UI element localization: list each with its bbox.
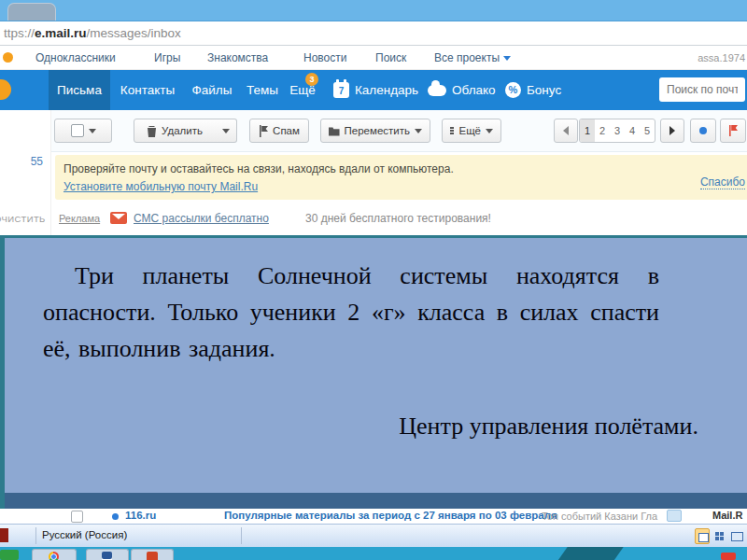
arrow-right-icon xyxy=(669,126,675,135)
url-scheme: ttps:// xyxy=(4,26,35,40)
email-subject: Популярные материалы за период с 27 янва… xyxy=(224,510,557,521)
row-checkbox[interactable] xyxy=(71,511,83,523)
email-sender: 116.ru xyxy=(125,510,156,521)
prev-page-button[interactable] xyxy=(554,119,578,143)
email-row[interactable]: 116.ru Популярные материалы за период с … xyxy=(0,509,747,524)
notice-text: Проверяйте почту и оставайтесь на связи,… xyxy=(63,162,454,175)
envelope-icon xyxy=(110,212,127,224)
page-5[interactable]: 5 xyxy=(640,119,655,142)
portal-link-games[interactable]: Игры xyxy=(154,51,180,64)
chevron-down-icon xyxy=(222,129,230,133)
url-path: /messages/inbox xyxy=(87,26,181,40)
powerpoint-icon xyxy=(147,552,158,560)
portal-link-search[interactable]: Поиск xyxy=(375,51,406,64)
page-3[interactable]: 3 xyxy=(610,119,625,142)
tab-letters[interactable]: Письма xyxy=(49,70,110,110)
taskbar-word-button[interactable] xyxy=(86,549,129,560)
monitor-icon xyxy=(731,532,743,541)
langbar-help-button[interactable] xyxy=(729,528,744,544)
mail-search xyxy=(659,77,745,102)
portal-link-news[interactable]: Новости xyxy=(303,51,346,64)
pagination: 1 2 3 4 5 xyxy=(579,119,655,143)
percent-icon: % xyxy=(505,82,521,98)
slide-paragraph: Три планеты Солнечной системы находятся … xyxy=(43,258,659,367)
page-2[interactable]: 2 xyxy=(595,119,610,142)
service-bonus[interactable]: % Бонус xyxy=(505,70,561,110)
search-input[interactable] xyxy=(659,77,745,102)
next-page-button[interactable] xyxy=(660,119,684,143)
divider xyxy=(35,527,36,544)
page-1[interactable]: 1 xyxy=(580,119,595,142)
arrow-left-icon xyxy=(563,126,569,135)
layout-icon xyxy=(698,533,709,542)
folder-icon xyxy=(329,126,340,136)
wallpaper-stripe xyxy=(550,547,626,560)
language-bar-left-icon xyxy=(0,528,8,542)
browser-tab-strip xyxy=(0,0,747,21)
slide-signature: Центр управления полётами. xyxy=(399,413,698,441)
trash-icon xyxy=(147,125,157,137)
chevron-down-icon xyxy=(503,56,511,61)
taskbar-chrome-button[interactable] xyxy=(32,549,77,560)
dismiss-link[interactable]: Спасибо xyxy=(700,175,745,189)
blue-dot-icon xyxy=(699,127,707,134)
more-button[interactable]: Ещё xyxy=(442,119,501,143)
spam-button[interactable]: Спам xyxy=(249,119,309,143)
ad-text: 30 дней бесплатного тестирования! xyxy=(305,212,491,225)
tab-themes[interactable]: Темы xyxy=(239,70,286,110)
language-selector[interactable]: Русский (Россия) xyxy=(42,529,127,540)
flag-icon xyxy=(259,125,268,137)
delete-menu-button[interactable] xyxy=(215,119,237,143)
url-host: e.mail.ru xyxy=(35,26,87,40)
tab-contacts[interactable]: Контакты xyxy=(110,70,185,110)
desktop-strip xyxy=(0,547,747,560)
clear-link[interactable]: очистить xyxy=(0,214,46,224)
service-cloud[interactable]: Облако xyxy=(428,70,496,110)
cloud-icon xyxy=(428,85,446,96)
browser-tab[interactable] xyxy=(7,3,56,21)
tab-files[interactable]: Файлы xyxy=(185,70,239,110)
unread-dot-icon xyxy=(112,513,119,520)
flagged-filter-button[interactable] xyxy=(720,119,746,143)
green-app-icon[interactable] xyxy=(0,550,19,560)
slide-bottom-edge xyxy=(5,493,747,509)
chevron-down-icon xyxy=(486,129,493,133)
mobile-mail-notice: Проверяйте почту и оставайтесь на связи,… xyxy=(55,155,747,200)
calendar-icon: 7 xyxy=(333,82,349,98)
divider xyxy=(241,527,242,544)
email-preview: Топ событий Казани Гла xyxy=(542,511,659,522)
ad-row: Реклама СМС рассылки бесплатно 30 дней б… xyxy=(55,204,747,235)
service-calendar[interactable]: 7 Календарь xyxy=(333,70,418,110)
chrome-icon xyxy=(49,552,59,560)
address-bar[interactable]: ttps://e.mail.ru/messages/inbox xyxy=(0,21,747,46)
word-icon xyxy=(102,552,112,560)
langbar-grid-button[interactable] xyxy=(712,528,727,544)
grid-icon xyxy=(715,532,724,540)
ad-label-link[interactable]: Реклама xyxy=(59,213,100,224)
taskbar-powerpoint-button[interactable] xyxy=(131,549,174,560)
account-name[interactable]: assa.1974 xyxy=(698,52,745,63)
unread-filter-button[interactable] xyxy=(690,119,716,143)
unread-count: 55 xyxy=(0,155,43,168)
red-tray-icon[interactable] xyxy=(721,553,736,560)
more-badge: 3 xyxy=(305,73,318,86)
screen: ttps://e.mail.ru/messages/inbox Одноклас… xyxy=(0,0,747,560)
move-button[interactable]: Переместить xyxy=(320,119,430,143)
install-mobile-mail-link[interactable]: Установите мобильную почту Mail.Ru xyxy=(63,180,258,193)
portal-link-dating[interactable]: Знакомства xyxy=(207,51,268,64)
delete-button[interactable]: Удалить xyxy=(134,119,216,143)
select-all-button[interactable] xyxy=(54,119,112,143)
checkbox-icon xyxy=(71,124,84,137)
ad-link[interactable]: СМС рассылки бесплатно xyxy=(134,212,269,225)
slide-overlay: Три планеты Солнечной системы находятся … xyxy=(0,235,747,509)
menu-icon xyxy=(450,130,454,132)
chevron-down-icon xyxy=(89,129,96,133)
action-toolbar: Удалить Спам Переместить Ещё 1 2 3 4 5 xyxy=(51,110,747,152)
chevron-down-icon xyxy=(415,129,422,133)
portal-link-all-projects[interactable]: Все проекты xyxy=(434,51,511,64)
language-bar: Русский (Россия) xyxy=(0,524,747,547)
red-flag-icon xyxy=(728,125,738,136)
page-4[interactable]: 4 xyxy=(625,119,640,142)
langbar-options-button[interactable] xyxy=(695,528,710,544)
portal-link-odnoklassniki[interactable]: Одноклассники xyxy=(35,51,116,64)
